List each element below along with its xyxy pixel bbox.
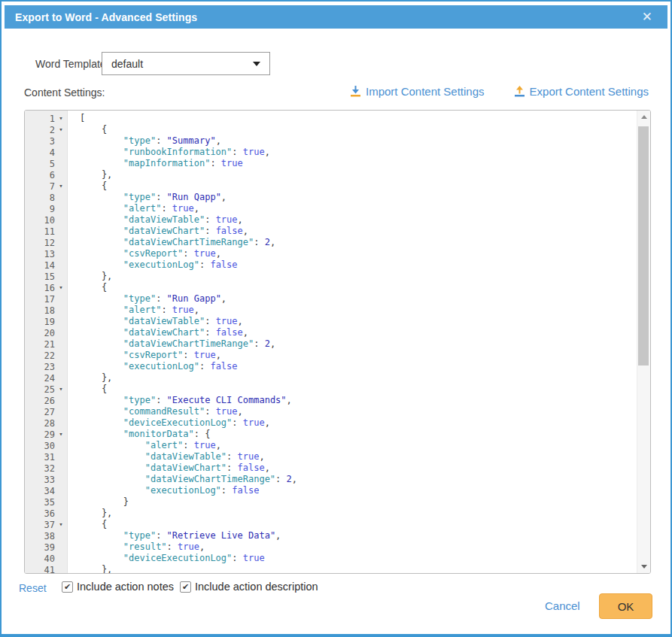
code-line[interactable]: "dataViewTable": true, [80, 214, 637, 226]
line-number: 21 [25, 338, 67, 350]
code-line[interactable]: "type": "Summary", [80, 135, 637, 147]
line-number: 5 [25, 158, 67, 169]
code-line[interactable]: "csvReport": true, [80, 248, 637, 259]
line-number: 9 [25, 203, 67, 214]
editor-content[interactable]: [ { "type": "Summary", "runbookInformati… [68, 111, 637, 573]
code-line[interactable]: { [80, 282, 637, 293]
code-line[interactable]: "executionLog": false [80, 259, 637, 271]
code-line[interactable]: "alert": true, [80, 203, 637, 214]
code-line[interactable]: { [80, 519, 637, 530]
code-line[interactable]: "dataViewChart": false, [80, 327, 637, 338]
fold-arrow-icon[interactable]: ▾ [55, 282, 67, 293]
code-line[interactable]: "alert": true, [80, 440, 637, 451]
code-line[interactable]: "runbookInformation": true, [80, 147, 637, 158]
line-number: 29▾ [25, 429, 67, 440]
line-number: 10 [25, 214, 67, 226]
export-content-settings-link[interactable]: Export Content Settings [515, 85, 649, 98]
json-editor[interactable]: 1▾2▾34567▾8910111213141516▾1718192021222… [24, 110, 651, 574]
content-settings-links: Import Content Settings Export Content S… [351, 85, 649, 98]
code-line[interactable]: "alert": true, [80, 305, 637, 316]
scroll-down-button[interactable] [637, 560, 650, 573]
line-number: 13 [25, 248, 67, 259]
fold-arrow-icon[interactable]: ▾ [55, 384, 67, 395]
code-line[interactable]: }, [80, 508, 637, 519]
code-line[interactable]: "type": "Run Gapp", [80, 293, 637, 305]
word-template-select[interactable]: default [102, 52, 270, 75]
import-link-label: Import Content Settings [366, 85, 485, 98]
include-action-description-label: Include action description [195, 581, 318, 593]
line-number: 4 [25, 147, 67, 158]
code-line[interactable]: } [80, 496, 637, 508]
line-number: 1▾ [25, 113, 67, 124]
include-action-description-checkbox[interactable] [180, 581, 191, 593]
code-line[interactable]: }, [80, 271, 637, 282]
code-line[interactable]: "dataViewChart": false, [80, 463, 637, 474]
fold-arrow-icon[interactable]: ▾ [55, 180, 67, 192]
line-number: 6 [25, 169, 67, 180]
fold-arrow-icon[interactable]: ▾ [55, 429, 67, 440]
code-line[interactable]: "dataViewChartTimeRange": 2, [80, 474, 637, 485]
content-settings-label: Content Settings: [24, 86, 105, 99]
fold-arrow-icon[interactable]: ▾ [55, 113, 67, 124]
line-number: 35 [25, 496, 67, 508]
line-number: 38 [25, 530, 67, 541]
code-line[interactable]: "commandResult": true, [80, 406, 637, 417]
reset-link[interactable]: Reset [19, 582, 47, 594]
code-line[interactable]: { [80, 124, 637, 135]
code-line[interactable]: "type": "Execute CLI Commands", [80, 395, 637, 406]
code-line[interactable]: "dataViewChartTimeRange": 2, [80, 338, 637, 350]
ok-button[interactable]: OK [599, 593, 652, 619]
code-line[interactable]: }, [80, 564, 637, 573]
dialog-header: Export to Word - Advanced Settings ✕ [5, 5, 667, 29]
code-line[interactable]: { [80, 384, 637, 395]
line-number: 24 [25, 372, 67, 384]
code-line[interactable]: "dataViewTable": true, [80, 316, 637, 327]
line-number: 41 [25, 564, 67, 574]
line-number: 32 [25, 463, 67, 474]
export-to-word-dialog: Export to Word - Advanced Settings ✕ Wor… [0, 0, 672, 637]
scroll-down-icon [641, 565, 647, 569]
code-line[interactable]: "monitorData": { [80, 429, 637, 440]
include-action-description-option[interactable]: Include action description [180, 581, 318, 593]
cancel-button[interactable]: Cancel [545, 599, 580, 612]
code-line[interactable]: "mapInformation": true [80, 158, 637, 169]
line-number: 34 [25, 485, 67, 496]
code-line[interactable]: "type": "Run Qapp", [80, 192, 637, 203]
code-line[interactable]: "dataViewChartTimeRange": 2, [80, 237, 637, 248]
line-number: 2▾ [25, 124, 67, 135]
export-link-label: Export Content Settings [530, 85, 649, 98]
code-line[interactable]: }, [80, 372, 637, 384]
code-line[interactable]: [ [80, 113, 637, 124]
line-number: 27 [25, 406, 67, 417]
code-line[interactable]: "dataViewChart": false, [80, 226, 637, 237]
line-number: 33 [25, 474, 67, 485]
editor-scrollbar[interactable] [637, 111, 650, 573]
import-download-icon [351, 86, 360, 97]
fold-arrow-icon[interactable]: ▾ [55, 519, 67, 530]
scrollbar-thumb[interactable] [638, 126, 649, 366]
fold-arrow-icon[interactable]: ▾ [55, 124, 67, 135]
scroll-up-button[interactable] [637, 111, 650, 123]
line-number: 37▾ [25, 519, 67, 530]
code-line[interactable]: "type": "Retrieve Live Data", [80, 530, 637, 541]
code-line[interactable]: "result": true, [80, 541, 637, 553]
code-line[interactable]: { [80, 180, 637, 192]
code-line[interactable]: "deviceExecutionLog": true, [80, 417, 637, 429]
code-line[interactable]: }, [80, 169, 637, 180]
close-icon[interactable]: ✕ [637, 9, 657, 25]
line-number: 19 [25, 316, 67, 327]
line-number: 3 [25, 135, 67, 147]
code-line[interactable]: "executionLog": false [80, 485, 637, 496]
code-line[interactable]: "dataViewTable": true, [80, 451, 637, 463]
code-line[interactable]: "executionLog": false [80, 361, 637, 372]
word-template-label: Word Template: [35, 58, 109, 70]
line-number: 23 [25, 361, 67, 372]
chevron-down-icon [253, 62, 260, 66]
line-number: 20 [25, 327, 67, 338]
include-action-notes-option[interactable]: Include action notes [62, 581, 174, 593]
line-number: 16▾ [25, 282, 67, 293]
include-action-notes-checkbox[interactable] [62, 581, 73, 593]
import-content-settings-link[interactable]: Import Content Settings [351, 85, 485, 98]
code-line[interactable]: "deviceExecutionLog": true [80, 553, 637, 564]
code-line[interactable]: "csvReport": true, [80, 350, 637, 361]
